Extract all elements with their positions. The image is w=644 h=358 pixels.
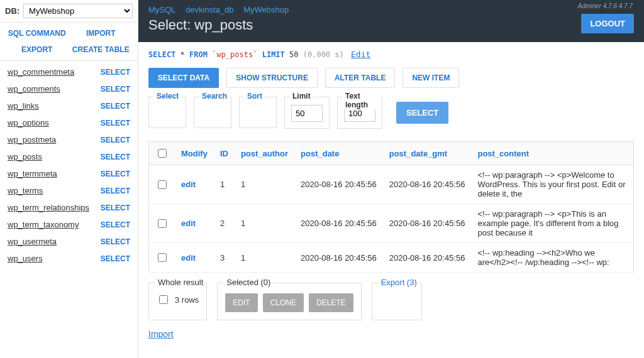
table-select-link[interactable]: SELECT — [101, 203, 130, 212]
tables-list: wp_commentmetaSELECTwp_commentsSELECTwp_… — [0, 61, 138, 269]
import-bottom-link[interactable]: Import — [148, 329, 174, 339]
sql-preview: SELECT * FROM `wp_posts` LIMIT 50 (0.000… — [148, 50, 634, 59]
sidebar-table-row: wp_termsSELECT — [0, 182, 138, 199]
col-date[interactable]: post_date — [294, 142, 383, 165]
footer-boxes: Whole result 3 rows Selected (0) EDIT CL… — [148, 283, 634, 320]
import-link[interactable]: IMPORT — [69, 29, 133, 38]
select-all-checkbox[interactable] — [158, 149, 167, 158]
cell-id: 1 — [214, 165, 235, 204]
data-table: Modify ID post_author post_date post_dat… — [148, 141, 634, 273]
table-link[interactable]: wp_term_relationships — [8, 203, 89, 212]
create-table-link[interactable]: CREATE TABLE — [69, 45, 133, 54]
row-edit-link[interactable]: edit — [181, 219, 196, 228]
table-link[interactable]: wp_termmeta — [8, 169, 57, 178]
sidebar: DB: MyWebshop SQL COMMAND IMPORT EXPORT … — [0, 0, 138, 358]
table-select-link[interactable]: SELECT — [101, 136, 130, 144]
filter-select[interactable]: Select — [148, 97, 186, 128]
sidebar-table-row: wp_usermetaSELECT — [0, 233, 138, 250]
sql-command-link[interactable]: SQL COMMAND — [5, 29, 69, 38]
logout-button[interactable]: LOGOUT — [581, 14, 634, 33]
limit-input[interactable] — [291, 105, 323, 122]
col-modify[interactable]: Modify — [175, 142, 214, 165]
table-select-link[interactable]: SELECT — [101, 68, 130, 77]
filter-search[interactable]: Search — [194, 97, 231, 128]
sidebar-table-row: wp_usersSELECT — [0, 250, 138, 267]
cell-author: 1 — [235, 204, 294, 243]
table-select-link[interactable]: SELECT — [101, 254, 130, 263]
cell-content: <!-- wp:heading --><h2>Who we are</h2><!… — [471, 243, 633, 273]
sql-edit-link[interactable]: Edit — [351, 50, 370, 59]
table-select-link[interactable]: SELECT — [101, 102, 130, 111]
row-checkbox[interactable] — [158, 219, 167, 228]
table-select-link[interactable]: SELECT — [101, 187, 130, 195]
row-edit-link[interactable]: edit — [181, 180, 196, 189]
filter-textlen: Text length — [337, 97, 382, 129]
table-link[interactable]: wp_usermeta — [8, 237, 57, 246]
table-body: edit112020-08-16 20:45:562020-08-16 20:4… — [149, 165, 634, 273]
cell-content: <!-- wp:paragraph --> <p>Welcome to Word… — [471, 165, 633, 204]
content: SELECT * FROM `wp_posts` LIMIT 50 (0.000… — [138, 42, 644, 358]
cell-id: 2 — [214, 204, 235, 243]
sidebar-table-row: wp_optionsSELECT — [0, 114, 138, 131]
table-link[interactable]: wp_comments — [8, 84, 60, 94]
export-link[interactable]: EXPORT — [5, 45, 69, 54]
col-gmt[interactable]: post_date_gmt — [383, 142, 472, 165]
sidebar-table-row: wp_term_taxonomySELECT — [0, 216, 138, 233]
sidebar-table-row: wp_linksSELECT — [0, 97, 138, 114]
tab-show-structure[interactable]: SHOW STRUCTURE — [226, 68, 318, 88]
breadcrumb-db[interactable]: devkinsta_db — [186, 5, 234, 14]
cell-gmt: 2020-08-16 20:45:56 — [383, 165, 472, 204]
select-button[interactable]: SELECT — [396, 102, 448, 124]
filter-row: Select Search Sort Limit Text length SEL… — [148, 97, 634, 129]
table-link[interactable]: wp_postmeta — [8, 135, 56, 144]
edit-button[interactable]: EDIT — [225, 293, 257, 312]
sidebar-table-row: wp_commentmetaSELECT — [0, 63, 138, 80]
breadcrumb-mysql[interactable]: MySQL — [148, 5, 175, 14]
breadcrumb-schema[interactable]: MyWebshop — [243, 5, 289, 14]
cell-author: 1 — [235, 165, 294, 204]
table-link[interactable]: wp_term_taxonomy — [8, 220, 79, 229]
tab-new-item[interactable]: NEW ITEM — [402, 68, 459, 88]
filter-sort[interactable]: Sort — [239, 97, 277, 128]
cell-date: 2020-08-16 20:45:56 — [294, 204, 383, 243]
filter-limit: Limit — [284, 97, 330, 129]
cell-id: 3 — [214, 243, 235, 273]
row-checkbox[interactable] — [158, 180, 167, 189]
tab-alter-table[interactable]: ALTER TABLE — [325, 68, 396, 88]
page-title: Select: wp_posts — [148, 17, 634, 33]
clone-button[interactable]: CLONE — [263, 293, 304, 312]
sidebar-table-row: wp_term_relationshipsSELECT — [0, 199, 138, 216]
table-row: edit312020-08-16 20:45:562020-08-16 20:4… — [149, 243, 634, 273]
table-link[interactable]: wp_posts — [8, 152, 42, 161]
col-author[interactable]: post_author — [235, 142, 294, 165]
table-select-link[interactable]: SELECT — [101, 170, 130, 178]
table-select-link[interactable]: SELECT — [101, 153, 130, 161]
table-select-link[interactable]: SELECT — [101, 119, 130, 127]
row-checkbox[interactable] — [158, 253, 167, 262]
version-text: Adminer 4.7.6 4.7.7 — [578, 3, 633, 9]
tab-select-data[interactable]: SELECT DATA — [148, 68, 219, 88]
row-edit-link[interactable]: edit — [181, 253, 196, 263]
col-id[interactable]: ID — [214, 142, 235, 165]
sidebar-table-row: wp_commentsSELECT — [0, 80, 138, 97]
col-content[interactable]: post_content — [471, 142, 633, 165]
whole-result-checkbox[interactable] — [159, 295, 168, 304]
delete-button[interactable]: DELETE — [309, 293, 353, 312]
sidebar-table-row: wp_postsSELECT — [0, 148, 138, 165]
cell-gmt: 2020-08-16 20:45:56 — [383, 243, 472, 273]
table-select-link[interactable]: SELECT — [101, 85, 130, 94]
cell-date: 2020-08-16 20:45:56 — [294, 243, 383, 273]
table-link[interactable]: wp_commentmeta — [8, 67, 74, 77]
table-row: edit212020-08-16 20:45:562020-08-16 20:4… — [149, 204, 634, 243]
table-link[interactable]: wp_users — [8, 254, 43, 263]
export-box[interactable]: Export (3) — [372, 283, 422, 320]
db-select[interactable]: MyWebshop — [23, 4, 133, 18]
table-select-link[interactable]: SELECT — [101, 237, 130, 246]
table-link[interactable]: wp_terms — [8, 186, 43, 195]
cell-date: 2020-08-16 20:45:56 — [294, 165, 383, 204]
table-link[interactable]: wp_options — [8, 118, 49, 127]
sidebar-actions: SQL COMMAND IMPORT EXPORT CREATE TABLE — [0, 23, 138, 61]
table-link[interactable]: wp_links — [8, 101, 39, 111]
cell-content: <!-- wp:paragraph --> <p>This is an exam… — [471, 204, 633, 243]
table-select-link[interactable]: SELECT — [101, 220, 130, 229]
